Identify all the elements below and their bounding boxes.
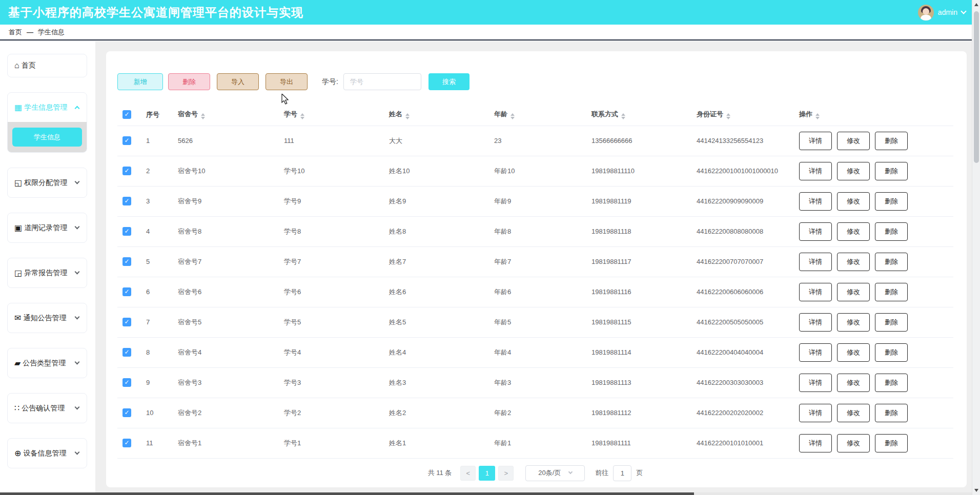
detail-button[interactable]: 详情 [799,162,832,180]
delete-button[interactable]: 删除 [875,404,908,422]
delete-button[interactable]: 删除 [875,374,908,392]
sidebar-menu-gate-record-head[interactable]: ▣ 道闸记录管理 [8,213,87,242]
detail-button[interactable]: 详情 [799,374,832,392]
edit-button[interactable]: 修改 [837,404,870,422]
sidebar-menu-notice-confirm-head[interactable]: ∷ 公告确认管理 [8,394,87,423]
detail-button[interactable]: 详情 [799,343,832,362]
detail-button[interactable]: 详情 [799,192,832,211]
sidebar-menu-notice-confirm[interactable]: ∷ 公告确认管理 [7,393,87,423]
edit-button[interactable]: 修改 [837,222,870,241]
next-page-button[interactable]: > [498,466,514,481]
col-header-age[interactable]: 年龄 [489,104,586,126]
sort-icon[interactable] [405,113,410,119]
sidebar-menu-exception-report[interactable]: ◲ 异常报告管理 [7,258,87,288]
delete-button[interactable]: 删除 [875,313,908,332]
sidebar-menu-notice-type-head[interactable]: ▰ 公告类型管理 [8,348,87,378]
delete-button[interactable]: 删除 [875,192,908,211]
page-number-1[interactable]: 1 [479,466,495,481]
search-button[interactable]: 搜索 [428,73,469,90]
row-checkbox[interactable]: ✓ [122,227,131,236]
row-checkbox[interactable]: ✓ [122,408,131,417]
edit-button[interactable]: 修改 [837,283,870,301]
sidebar-menu-permission-head[interactable]: ◱ 权限分配管理 [8,168,87,197]
detail-button[interactable]: 详情 [799,132,832,150]
sidebar-item-student-info[interactable]: 学生信息 [12,128,82,147]
page-size-select[interactable]: 20条/页 [525,465,585,481]
delete-button[interactable]: 删除 [875,162,908,180]
edit-button[interactable]: 修改 [837,343,870,362]
sidebar-menu-exception-report-head[interactable]: ◲ 异常报告管理 [8,258,87,287]
row-checkbox[interactable]: ✓ [122,348,131,357]
user-menu[interactable]: admin [918,5,966,20]
sort-icon[interactable] [201,113,205,119]
detail-button[interactable]: 详情 [799,253,832,271]
delete-button[interactable]: 删除 [875,283,908,301]
breadcrumb-home[interactable]: 首页 [9,28,22,37]
sidebar-item-home[interactable]: ⌂ 首页 [7,54,87,77]
detail-button[interactable]: 详情 [799,222,832,241]
col-header-idcard[interactable]: 身份证号 [691,104,794,126]
edit-button[interactable]: 修改 [837,192,870,211]
row-checkbox[interactable]: ✓ [122,378,131,387]
row-checkbox[interactable]: ✓ [122,318,131,326]
edit-button[interactable]: 修改 [837,434,870,452]
export-button[interactable]: 导出 [266,73,308,90]
select-all-checkbox[interactable]: ✓ [122,110,131,119]
sort-icon[interactable] [511,113,515,119]
horizontal-scrollbar-thumb[interactable] [0,492,694,495]
sidebar-menu-notice-type[interactable]: ▰ 公告类型管理 [7,348,87,378]
sort-icon[interactable] [300,113,304,119]
delete-button[interactable]: 删除 [875,253,908,271]
vertical-scrollbar[interactable] [972,0,980,495]
edit-button[interactable]: 修改 [837,132,870,150]
edit-button[interactable]: 修改 [837,253,870,271]
sidebar-menu-gate-record[interactable]: ▣ 道闸记录管理 [7,213,87,243]
delete-button[interactable]: 删除 [168,73,210,90]
sidebar-menu-device-info[interactable]: ⊕ 设备信息管理 [7,438,87,468]
edit-button[interactable]: 修改 [837,313,870,332]
home-icon: ⌂ [14,61,19,70]
sort-icon[interactable] [621,113,625,119]
detail-button[interactable]: 详情 [799,404,832,422]
sidebar-menu-notice-head[interactable]: ✉ 通知公告管理 [8,303,87,333]
horizontal-scrollbar[interactable] [0,492,972,495]
row-checkbox[interactable]: ✓ [122,287,131,296]
delete-button[interactable]: 删除 [875,222,908,241]
edit-button[interactable]: 修改 [837,162,870,180]
scroll-down-icon[interactable] [974,489,978,492]
sort-icon[interactable] [815,113,820,119]
scroll-up-icon[interactable] [974,3,978,6]
sidebar-menu-device-info-head[interactable]: ⊕ 设备信息管理 [8,439,87,468]
sidebar-menu-notice[interactable]: ✉ 通知公告管理 [7,303,87,333]
delete-button[interactable]: 删除 [875,434,908,452]
sort-icon[interactable] [726,113,730,119]
detail-button[interactable]: 详情 [799,313,832,332]
row-checkbox[interactable]: ✓ [122,167,131,175]
row-checkbox[interactable]: ✓ [122,197,131,205]
col-header-name[interactable]: 姓名 [384,104,489,126]
row-checkbox[interactable]: ✓ [122,257,131,266]
col-header-phone[interactable]: 联系方式 [586,104,691,126]
row-checkbox[interactable]: ✓ [122,439,131,447]
import-button[interactable]: 导入 [217,73,259,90]
col-header-dorm[interactable]: 宿舍号 [173,104,279,126]
sidebar-menu-student-info-head[interactable]: ▦ 学生信息管理 [8,93,87,122]
detail-button[interactable]: 详情 [799,283,832,301]
vertical-scrollbar-thumb[interactable] [974,11,979,163]
edit-button[interactable]: 修改 [837,374,870,392]
goto-page-input[interactable] [613,465,631,481]
delete-button[interactable]: 删除 [875,343,908,362]
detail-button[interactable]: 详情 [799,434,832,452]
delete-button[interactable]: 删除 [875,132,908,150]
add-button[interactable]: 新增 [117,73,163,90]
col-header-actions[interactable]: 操作 [794,104,953,126]
search-input[interactable] [343,73,421,90]
sidebar-item-home-head[interactable]: ⌂ 首页 [8,54,87,77]
prev-page-button[interactable]: < [460,466,476,481]
pagination-total: 共 11 条 [428,468,452,478]
row-checkbox[interactable]: ✓ [122,136,131,145]
cell-phone: 19819881115 [586,307,691,337]
col-header-student-id[interactable]: 学号 [279,104,384,126]
sidebar-menu-permission[interactable]: ◱ 权限分配管理 [7,168,87,198]
sidebar-item-label: 首页 [22,61,80,70]
